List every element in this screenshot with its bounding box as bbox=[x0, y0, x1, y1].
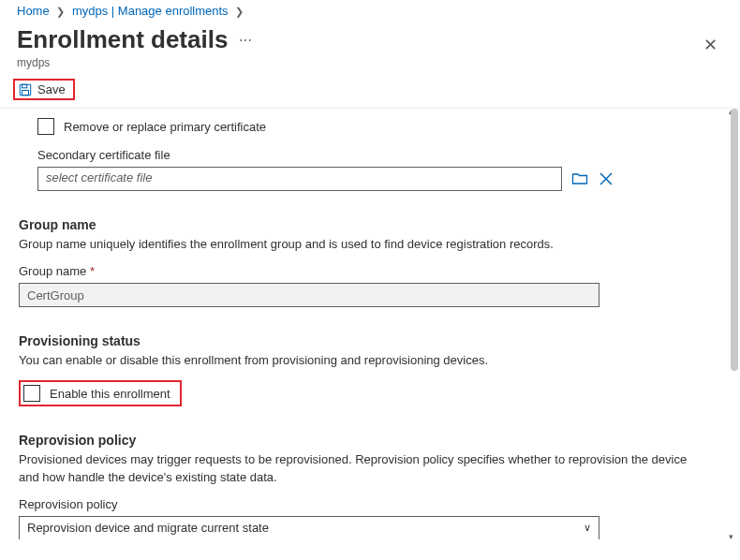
reprovision-policy-desc: Provisioned devices may trigger requests… bbox=[19, 451, 703, 485]
scrollbar-thumb[interactable] bbox=[731, 109, 738, 371]
svg-rect-2 bbox=[22, 90, 29, 95]
save-icon bbox=[19, 83, 32, 96]
provisioning-status-desc: You can enable or disable this enrollmen… bbox=[19, 352, 703, 369]
page-title: Enrollment details bbox=[17, 25, 228, 54]
folder-icon bbox=[571, 170, 588, 187]
chevron-down-icon: ∨ bbox=[584, 522, 591, 534]
save-button-label: Save bbox=[37, 82, 66, 96]
page-subtitle: mydps bbox=[17, 56, 254, 69]
breadcrumb: Home ❯ mydps | Manage enrollments ❯ bbox=[0, 0, 740, 25]
svg-rect-1 bbox=[22, 84, 27, 88]
page-header: Enrollment details ⋯ mydps ✕ bbox=[0, 25, 740, 73]
reprovision-policy-title: Reprovision policy bbox=[19, 433, 703, 448]
required-asterisk: * bbox=[90, 264, 95, 278]
browse-folder-button[interactable] bbox=[571, 170, 588, 187]
save-button[interactable]: Save bbox=[13, 79, 75, 100]
reprovision-policy-select[interactable]: Reprovision device and migrate current s… bbox=[19, 516, 599, 539]
group-name-input[interactable] bbox=[19, 283, 599, 307]
breadcrumb-home[interactable]: Home bbox=[17, 4, 50, 18]
more-options-button[interactable]: ⋯ bbox=[239, 33, 254, 48]
group-name-section-desc: Group name uniquely identifies the enrol… bbox=[19, 236, 703, 253]
primary-cert-checkbox-label: Remove or replace primary certificate bbox=[64, 120, 266, 134]
secondary-cert-file-input[interactable]: select certificate file bbox=[37, 167, 562, 191]
provisioning-status-title: Provisioning status bbox=[19, 333, 703, 348]
enable-enrollment-checkbox[interactable] bbox=[23, 385, 40, 402]
reprovision-policy-field-label: Reprovision policy bbox=[19, 497, 703, 511]
reprovision-policy-value: Reprovision device and migrate current s… bbox=[27, 521, 269, 535]
close-button[interactable]: ✕ bbox=[698, 29, 723, 61]
content-scroll: Remove or replace primary certificate Se… bbox=[0, 109, 740, 539]
chevron-right-icon: ❯ bbox=[235, 6, 244, 17]
clear-cert-button[interactable] bbox=[598, 170, 614, 187]
chevron-right-icon: ❯ bbox=[56, 6, 65, 17]
enable-enrollment-checkbox-wrap[interactable]: Enable this enrollment bbox=[19, 380, 182, 406]
command-bar: Save bbox=[0, 73, 740, 108]
enable-enrollment-label: Enable this enrollment bbox=[50, 387, 170, 401]
secondary-cert-label: Secondary certificate file bbox=[37, 148, 703, 162]
close-icon bbox=[599, 171, 614, 186]
group-name-field-label: Group name * bbox=[19, 264, 703, 278]
scroll-down-arrow[interactable]: ▾ bbox=[729, 532, 738, 539]
group-name-section-title: Group name bbox=[19, 217, 703, 232]
breadcrumb-provisioning[interactable]: mydps | Manage enrollments bbox=[72, 4, 229, 18]
scrollbar[interactable]: ▴ ▾ bbox=[731, 109, 738, 539]
primary-cert-checkbox-row: Remove or replace primary certificate bbox=[37, 118, 703, 135]
primary-cert-checkbox[interactable] bbox=[37, 118, 54, 135]
